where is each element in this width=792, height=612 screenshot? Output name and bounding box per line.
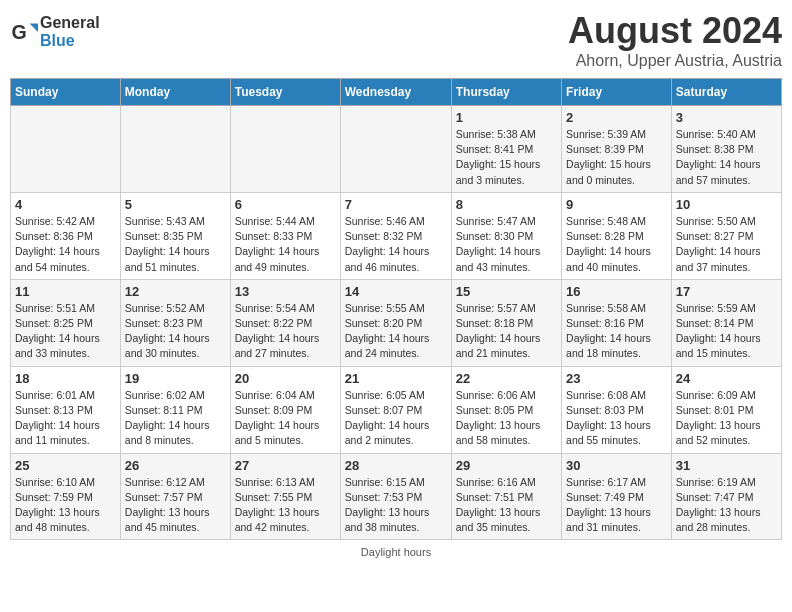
calendar-cell: 13Sunrise: 5:54 AM Sunset: 8:22 PM Dayli… [230, 279, 340, 366]
day-info: Sunrise: 6:12 AM Sunset: 7:57 PM Dayligh… [125, 475, 226, 536]
calendar-cell: 30Sunrise: 6:17 AM Sunset: 7:49 PM Dayli… [562, 453, 672, 540]
calendar-cell: 15Sunrise: 5:57 AM Sunset: 8:18 PM Dayli… [451, 279, 561, 366]
calendar-cell: 3Sunrise: 5:40 AM Sunset: 8:38 PM Daylig… [671, 106, 781, 193]
day-info: Sunrise: 5:43 AM Sunset: 8:35 PM Dayligh… [125, 214, 226, 275]
calendar-cell [230, 106, 340, 193]
day-number: 16 [566, 284, 667, 299]
calendar-cell: 5Sunrise: 5:43 AM Sunset: 8:35 PM Daylig… [120, 192, 230, 279]
day-info: Sunrise: 6:04 AM Sunset: 8:09 PM Dayligh… [235, 388, 336, 449]
day-header-wednesday: Wednesday [340, 79, 451, 106]
calendar-cell: 27Sunrise: 6:13 AM Sunset: 7:55 PM Dayli… [230, 453, 340, 540]
day-info: Sunrise: 5:58 AM Sunset: 8:16 PM Dayligh… [566, 301, 667, 362]
calendar-table: SundayMondayTuesdayWednesdayThursdayFrid… [10, 78, 782, 540]
calendar-cell: 1Sunrise: 5:38 AM Sunset: 8:41 PM Daylig… [451, 106, 561, 193]
day-number: 18 [15, 371, 116, 386]
day-info: Sunrise: 6:06 AM Sunset: 8:05 PM Dayligh… [456, 388, 557, 449]
day-info: Sunrise: 5:42 AM Sunset: 8:36 PM Dayligh… [15, 214, 116, 275]
day-number: 25 [15, 458, 116, 473]
day-number: 23 [566, 371, 667, 386]
svg-text:G: G [11, 21, 26, 43]
calendar-cell [11, 106, 121, 193]
title-section: August 2024 Ahorn, Upper Austria, Austri… [568, 10, 782, 70]
day-info: Sunrise: 5:48 AM Sunset: 8:28 PM Dayligh… [566, 214, 667, 275]
day-info: Sunrise: 6:08 AM Sunset: 8:03 PM Dayligh… [566, 388, 667, 449]
day-info: Sunrise: 6:19 AM Sunset: 7:47 PM Dayligh… [676, 475, 777, 536]
day-number: 7 [345, 197, 447, 212]
day-number: 15 [456, 284, 557, 299]
day-info: Sunrise: 5:46 AM Sunset: 8:32 PM Dayligh… [345, 214, 447, 275]
day-header-monday: Monday [120, 79, 230, 106]
calendar-cell [120, 106, 230, 193]
day-number: 29 [456, 458, 557, 473]
day-header-saturday: Saturday [671, 79, 781, 106]
calendar-cell: 31Sunrise: 6:19 AM Sunset: 7:47 PM Dayli… [671, 453, 781, 540]
calendar-header-row: SundayMondayTuesdayWednesdayThursdayFrid… [11, 79, 782, 106]
day-header-tuesday: Tuesday [230, 79, 340, 106]
day-info: Sunrise: 6:13 AM Sunset: 7:55 PM Dayligh… [235, 475, 336, 536]
day-info: Sunrise: 6:15 AM Sunset: 7:53 PM Dayligh… [345, 475, 447, 536]
logo-line2: Blue [40, 32, 100, 50]
day-info: Sunrise: 6:16 AM Sunset: 7:51 PM Dayligh… [456, 475, 557, 536]
calendar-cell: 18Sunrise: 6:01 AM Sunset: 8:13 PM Dayli… [11, 366, 121, 453]
day-info: Sunrise: 5:51 AM Sunset: 8:25 PM Dayligh… [15, 301, 116, 362]
day-number: 28 [345, 458, 447, 473]
day-number: 14 [345, 284, 447, 299]
logo-line1: General [40, 14, 100, 32]
calendar-cell: 2Sunrise: 5:39 AM Sunset: 8:39 PM Daylig… [562, 106, 672, 193]
logo: G General Blue [10, 14, 100, 49]
day-number: 11 [15, 284, 116, 299]
calendar-cell [340, 106, 451, 193]
day-header-thursday: Thursday [451, 79, 561, 106]
calendar-cell: 12Sunrise: 5:52 AM Sunset: 8:23 PM Dayli… [120, 279, 230, 366]
calendar-week-row: 18Sunrise: 6:01 AM Sunset: 8:13 PM Dayli… [11, 366, 782, 453]
day-info: Sunrise: 6:05 AM Sunset: 8:07 PM Dayligh… [345, 388, 447, 449]
day-info: Sunrise: 5:44 AM Sunset: 8:33 PM Dayligh… [235, 214, 336, 275]
calendar-cell: 28Sunrise: 6:15 AM Sunset: 7:53 PM Dayli… [340, 453, 451, 540]
day-number: 2 [566, 110, 667, 125]
day-info: Sunrise: 6:01 AM Sunset: 8:13 PM Dayligh… [15, 388, 116, 449]
day-info: Sunrise: 5:50 AM Sunset: 8:27 PM Dayligh… [676, 214, 777, 275]
calendar-cell: 9Sunrise: 5:48 AM Sunset: 8:28 PM Daylig… [562, 192, 672, 279]
calendar-cell: 10Sunrise: 5:50 AM Sunset: 8:27 PM Dayli… [671, 192, 781, 279]
calendar-cell: 16Sunrise: 5:58 AM Sunset: 8:16 PM Dayli… [562, 279, 672, 366]
day-info: Sunrise: 6:10 AM Sunset: 7:59 PM Dayligh… [15, 475, 116, 536]
calendar-cell: 6Sunrise: 5:44 AM Sunset: 8:33 PM Daylig… [230, 192, 340, 279]
calendar-week-row: 4Sunrise: 5:42 AM Sunset: 8:36 PM Daylig… [11, 192, 782, 279]
day-number: 13 [235, 284, 336, 299]
calendar-cell: 11Sunrise: 5:51 AM Sunset: 8:25 PM Dayli… [11, 279, 121, 366]
day-number: 17 [676, 284, 777, 299]
day-info: Sunrise: 5:55 AM Sunset: 8:20 PM Dayligh… [345, 301, 447, 362]
day-number: 19 [125, 371, 226, 386]
day-number: 9 [566, 197, 667, 212]
day-number: 8 [456, 197, 557, 212]
day-info: Sunrise: 5:40 AM Sunset: 8:38 PM Dayligh… [676, 127, 777, 188]
day-number: 12 [125, 284, 226, 299]
day-number: 20 [235, 371, 336, 386]
calendar-week-row: 25Sunrise: 6:10 AM Sunset: 7:59 PM Dayli… [11, 453, 782, 540]
day-number: 21 [345, 371, 447, 386]
calendar-week-row: 1Sunrise: 5:38 AM Sunset: 8:41 PM Daylig… [11, 106, 782, 193]
footer: Daylight hours [10, 546, 782, 558]
day-number: 4 [15, 197, 116, 212]
day-number: 3 [676, 110, 777, 125]
day-number: 27 [235, 458, 336, 473]
day-info: Sunrise: 5:39 AM Sunset: 8:39 PM Dayligh… [566, 127, 667, 188]
day-info: Sunrise: 5:47 AM Sunset: 8:30 PM Dayligh… [456, 214, 557, 275]
day-info: Sunrise: 5:57 AM Sunset: 8:18 PM Dayligh… [456, 301, 557, 362]
calendar-cell: 21Sunrise: 6:05 AM Sunset: 8:07 PM Dayli… [340, 366, 451, 453]
day-number: 24 [676, 371, 777, 386]
day-info: Sunrise: 6:02 AM Sunset: 8:11 PM Dayligh… [125, 388, 226, 449]
day-number: 31 [676, 458, 777, 473]
day-header-friday: Friday [562, 79, 672, 106]
calendar-cell: 23Sunrise: 6:08 AM Sunset: 8:03 PM Dayli… [562, 366, 672, 453]
day-number: 22 [456, 371, 557, 386]
day-info: Sunrise: 6:09 AM Sunset: 8:01 PM Dayligh… [676, 388, 777, 449]
day-info: Sunrise: 5:54 AM Sunset: 8:22 PM Dayligh… [235, 301, 336, 362]
day-number: 26 [125, 458, 226, 473]
day-number: 5 [125, 197, 226, 212]
calendar-cell: 17Sunrise: 5:59 AM Sunset: 8:14 PM Dayli… [671, 279, 781, 366]
page-header: G General Blue August 2024 Ahorn, Upper … [10, 10, 782, 70]
calendar-cell: 25Sunrise: 6:10 AM Sunset: 7:59 PM Dayli… [11, 453, 121, 540]
day-header-sunday: Sunday [11, 79, 121, 106]
calendar-cell: 24Sunrise: 6:09 AM Sunset: 8:01 PM Dayli… [671, 366, 781, 453]
